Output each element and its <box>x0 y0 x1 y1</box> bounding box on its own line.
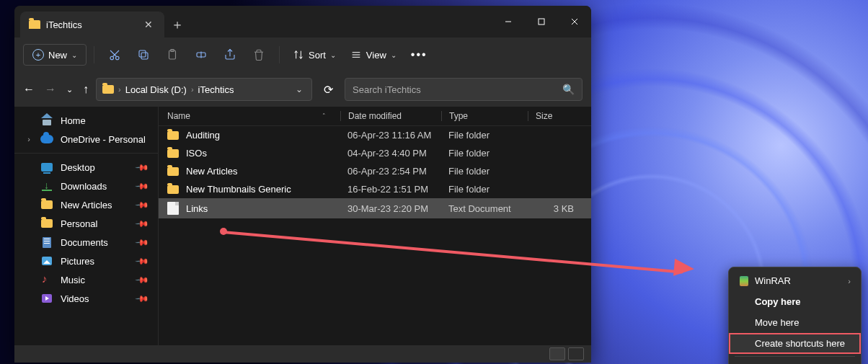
file-type: File folder <box>441 184 528 195</box>
view-icon <box>350 49 362 61</box>
breadcrumb[interactable]: iTechtics <box>198 84 234 95</box>
ctx-label: Move here <box>755 317 799 328</box>
sidebar-label: Documents <box>61 237 108 248</box>
table-row[interactable]: New Articles 06-Apr-23 2:54 PM File fold… <box>159 162 591 180</box>
desktop-icon <box>41 163 53 172</box>
delete-button[interactable] <box>246 42 272 68</box>
file-explorer-window: iTechtics ✕ ＋ + New ⌄ Sort ⌄ <box>14 6 591 363</box>
rename-button[interactable] <box>188 42 214 68</box>
refresh-button[interactable]: ⟳ <box>319 83 337 97</box>
chevron-right-icon: › <box>25 135 33 143</box>
search-icon: 🔍 <box>562 84 575 95</box>
column-date[interactable]: Date modified <box>340 111 441 121</box>
pin-icon: 📌 <box>135 216 150 231</box>
window-controls <box>492 6 591 37</box>
pin-icon: 📌 <box>135 235 150 250</box>
sidebar-item-desktop[interactable]: Desktop📌 <box>14 158 158 177</box>
sort-button[interactable]: Sort ⌄ <box>287 45 342 65</box>
new-label: New <box>48 50 67 61</box>
pin-icon: 📌 <box>135 197 150 213</box>
ctx-item-cancel[interactable]: Cancel <box>729 359 861 364</box>
chevron-down-icon[interactable]: ⌄ <box>66 85 73 94</box>
sidebar-item-newarticles[interactable]: New Articles📌 <box>14 195 158 214</box>
sidebar-label: New Articles <box>61 200 112 210</box>
sidebar-label: OneDrive - Personal <box>61 134 146 145</box>
new-button[interactable]: + New ⌄ <box>23 44 87 66</box>
column-type[interactable]: Type <box>441 111 528 121</box>
icons-view-button[interactable] <box>568 347 584 360</box>
sidebar-item-downloads[interactable]: Downloads📌 <box>14 177 158 195</box>
sidebar-label: Home <box>61 115 86 126</box>
file-type: File folder <box>441 130 528 141</box>
downloads-icon <box>42 181 52 191</box>
column-name[interactable]: Name˄ <box>167 111 340 121</box>
folder-icon <box>167 149 179 158</box>
sidebar-item-onedrive[interactable]: › OneDrive - Personal <box>14 130 158 148</box>
cut-button[interactable] <box>102 42 128 68</box>
copy-button[interactable] <box>130 42 156 68</box>
close-tab-button[interactable]: ✕ <box>141 19 156 30</box>
sidebar-item-documents[interactable]: Documents📌 <box>14 233 158 252</box>
ctx-item-create-shortcut[interactable]: Create shortcuts here <box>729 333 861 354</box>
titlebar: iTechtics ✕ ＋ <box>14 6 591 37</box>
search-bar[interactable]: 🔍 <box>345 78 583 101</box>
ctx-item-winrar[interactable]: WinRAR › <box>729 270 861 291</box>
sidebar-label: Music <box>61 275 85 285</box>
tab-title: iTechtics <box>46 19 136 30</box>
file-name: New Articles <box>186 166 238 177</box>
file-date: 04-Apr-23 4:40 PM <box>340 148 441 159</box>
cloud-icon <box>40 135 53 143</box>
address-dropdown[interactable]: ⌄ <box>293 84 306 94</box>
nav-back-button[interactable]: ← <box>23 83 35 96</box>
sidebar-label: Pictures <box>61 256 94 267</box>
pictures-icon <box>42 257 52 265</box>
folder-icon <box>167 185 179 194</box>
file-date: 06-Apr-23 11:16 AM <box>340 130 441 141</box>
close-window-button[interactable] <box>558 6 591 37</box>
sidebar-item-music[interactable]: Music📌 <box>14 270 158 289</box>
context-menu: WinRAR › Copy here Move here Create shor… <box>728 267 862 364</box>
folder-icon <box>167 131 179 140</box>
maximize-button[interactable] <box>525 6 558 37</box>
sidebar-item-videos[interactable]: Videos📌 <box>14 289 158 308</box>
view-label: View <box>366 50 386 61</box>
status-bar <box>14 345 591 363</box>
details-view-button[interactable] <box>549 347 565 360</box>
sidebar: Home › OneDrive - Personal Desktop📌 Down… <box>14 107 159 363</box>
breadcrumb[interactable]: Local Disk (D:) <box>125 84 187 95</box>
sidebar-label: Videos <box>61 293 89 304</box>
sidebar-item-pictures[interactable]: Pictures📌 <box>14 252 158 270</box>
minimize-button[interactable] <box>492 6 525 37</box>
chevron-right-icon: › <box>848 277 851 285</box>
nav-forward-button[interactable]: → <box>45 83 56 96</box>
table-row[interactable]: ISOs 04-Apr-23 4:40 PM File folder <box>159 144 591 162</box>
file-date: 06-Apr-23 2:54 PM <box>340 166 441 177</box>
sidebar-item-personal[interactable]: Personal📌 <box>14 214 158 233</box>
paste-button[interactable] <box>159 42 185 68</box>
ctx-label: Create shortcuts here <box>755 338 845 349</box>
view-button[interactable]: View ⌄ <box>345 45 402 65</box>
sidebar-item-home[interactable]: Home <box>14 111 158 130</box>
svg-rect-1 <box>539 19 544 25</box>
more-button[interactable]: ••• <box>405 48 433 61</box>
file-type: File folder <box>441 148 528 159</box>
folder-icon <box>41 219 53 228</box>
new-tab-button[interactable]: ＋ <box>164 12 190 37</box>
window-tab[interactable]: iTechtics ✕ <box>20 12 164 37</box>
table-row[interactable]: Auditing 06-Apr-23 11:16 AM File folder <box>159 126 591 144</box>
table-row[interactable]: Links 30-Mar-23 2:20 PM Text Document 3 … <box>159 198 591 218</box>
column-size[interactable]: Size <box>528 111 583 121</box>
address-row: ← → ⌄ ↑ › Local Disk (D:) › iTechtics ⌄ … <box>14 72 591 107</box>
sidebar-label: Personal <box>61 218 97 229</box>
ctx-item-move[interactable]: Move here <box>729 312 861 333</box>
sidebar-label: Downloads <box>61 181 107 192</box>
file-name: Links <box>186 203 208 214</box>
ctx-item-copy[interactable]: Copy here <box>729 291 861 312</box>
search-input[interactable] <box>353 84 562 95</box>
address-bar[interactable]: › Local Disk (D:) › iTechtics ⌄ <box>96 78 312 101</box>
plus-icon: + <box>32 49 44 61</box>
share-button[interactable] <box>217 42 243 68</box>
nav-up-button[interactable]: ↑ <box>83 83 89 96</box>
table-row[interactable]: New Thumbnails Generic 16-Feb-22 1:51 PM… <box>159 180 591 198</box>
svg-point-4 <box>110 56 114 60</box>
